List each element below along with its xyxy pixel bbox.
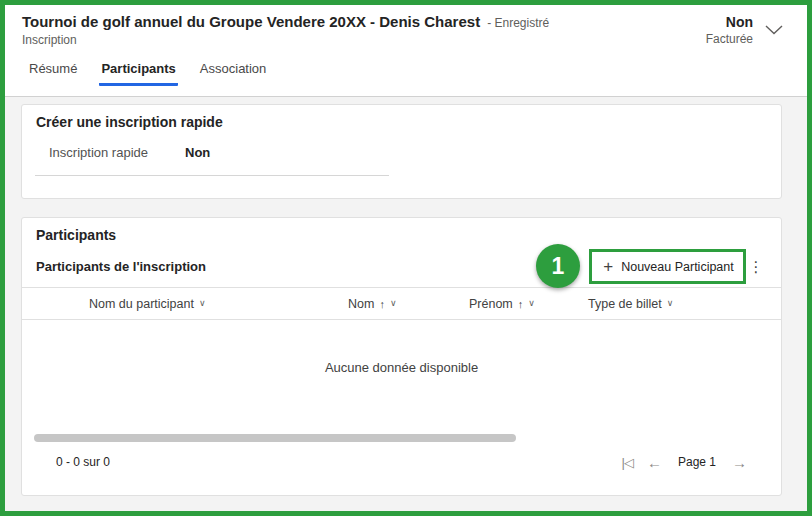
field-label: Inscription rapide bbox=[35, 146, 185, 160]
chevron-down-icon[interactable] bbox=[765, 21, 783, 39]
quick-registration-section: Créer une inscription rapide Inscription… bbox=[21, 104, 782, 199]
subgrid-title: Participants de l'inscription bbox=[36, 259, 206, 274]
column-header-nom[interactable]: Nom ↑ ∨ bbox=[348, 288, 397, 320]
section-title-quick-registration: Créer une inscription rapide bbox=[36, 113, 781, 132]
grid-empty-message: Aucune donnée disponible bbox=[22, 360, 781, 375]
sort-ascending-icon: ↑ bbox=[518, 298, 524, 310]
chevron-down-icon: ∨ bbox=[390, 298, 397, 308]
tab-resume[interactable]: Résumé bbox=[27, 61, 79, 86]
record-count: 0 - 0 sur 0 bbox=[56, 455, 110, 469]
header-field-label: Facturée bbox=[706, 32, 753, 47]
first-page-icon[interactable]: |◁ bbox=[622, 455, 633, 470]
tab-participants[interactable]: Participants bbox=[99, 61, 177, 86]
tab-association-label: Association bbox=[200, 61, 266, 76]
form-body: Créer une inscription rapide Inscription… bbox=[5, 97, 807, 496]
grid-footer: 0 - 0 sur 0 |◁ ← Page 1 → bbox=[56, 452, 747, 472]
column-header-type-de-billet[interactable]: Type de billet ∨ bbox=[588, 288, 673, 320]
save-status: - Enregistré bbox=[487, 16, 549, 30]
new-participant-button[interactable]: + Nouveau Participant bbox=[590, 249, 747, 284]
pagination: |◁ ← Page 1 → bbox=[622, 454, 747, 471]
column-header-prenom[interactable]: Prénom ↑ ∨ bbox=[469, 288, 535, 320]
header-field-facturee[interactable]: Non Facturée bbox=[706, 14, 783, 47]
field-value[interactable]: Non bbox=[185, 146, 210, 160]
more-commands-button[interactable]: ⋮ bbox=[745, 255, 767, 279]
new-participant-button-label: Nouveau Participant bbox=[621, 260, 734, 274]
entity-label: Inscription bbox=[22, 33, 807, 47]
participants-section: Participants Participants de l'inscripti… bbox=[21, 217, 782, 496]
horizontal-scrollbar[interactable] bbox=[34, 434, 516, 442]
title-row: Tournoi de golf annuel du Groupe Vendere… bbox=[22, 13, 807, 30]
page-title: Tournoi de golf annuel du Groupe Vendere… bbox=[22, 13, 480, 30]
column-label: Prénom bbox=[469, 297, 513, 311]
tab-association[interactable]: Association bbox=[198, 61, 268, 86]
form-header: Tournoi de golf annuel du Groupe Vendere… bbox=[5, 5, 807, 97]
field-row-inscription-rapide: Inscription rapide Non bbox=[35, 146, 389, 176]
tab-resume-label: Résumé bbox=[29, 61, 77, 76]
page-label: Page 1 bbox=[678, 455, 716, 469]
chevron-down-icon: ∨ bbox=[528, 298, 535, 308]
column-header-nom-du-participant[interactable]: Nom du participant ∨ bbox=[89, 288, 206, 320]
plus-icon: + bbox=[603, 258, 613, 275]
chevron-down-icon: ∨ bbox=[199, 298, 206, 308]
tab-bar: Résumé Participants Association bbox=[27, 61, 807, 86]
column-label: Nom du participant bbox=[89, 297, 194, 311]
header-field-value: Non bbox=[706, 14, 753, 32]
previous-page-icon[interactable]: ← bbox=[647, 454, 662, 471]
sort-ascending-icon: ↑ bbox=[379, 298, 385, 310]
next-page-icon[interactable]: → bbox=[732, 454, 747, 471]
grid-header-row: Nom du participant ∨ Nom ↑ ∨ Prénom ↑ ∨ … bbox=[22, 287, 781, 320]
column-label: Type de billet bbox=[588, 297, 662, 311]
header-field-values: Non Facturée bbox=[706, 14, 753, 47]
chevron-down-icon: ∨ bbox=[667, 298, 674, 308]
section-title-participants: Participants bbox=[36, 226, 116, 245]
column-label: Nom bbox=[348, 297, 374, 311]
more-vertical-icon: ⋮ bbox=[749, 258, 764, 276]
annotation-step-circle: 1 bbox=[536, 244, 580, 288]
app-page: Tournoi de golf annuel du Groupe Vendere… bbox=[5, 5, 807, 511]
tab-participants-label: Participants bbox=[101, 61, 175, 76]
